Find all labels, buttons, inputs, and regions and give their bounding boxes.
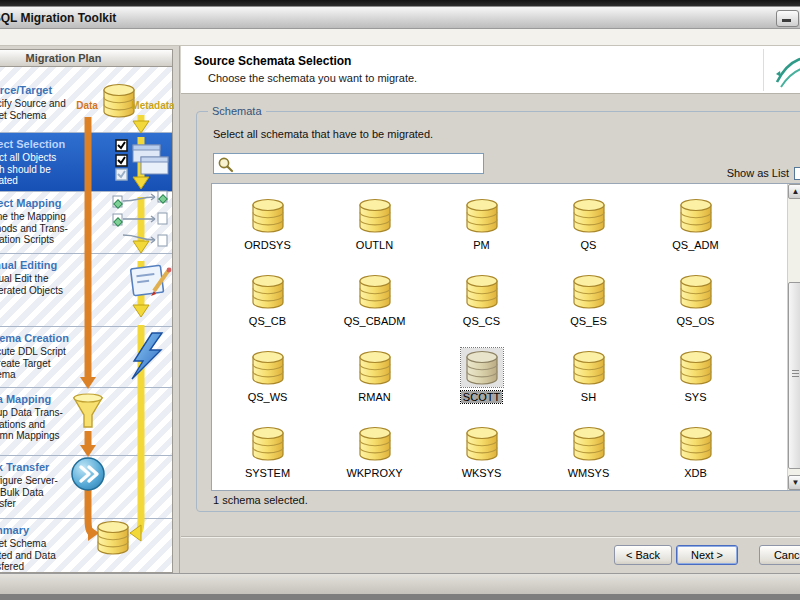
- footer-separator: [181, 536, 800, 538]
- schema-name: QS_CB: [247, 315, 288, 327]
- database-icon: [247, 196, 289, 235]
- page-title: Source Schemata Selection: [194, 54, 351, 68]
- migration-step[interactable]: Summary Target Schema created and Data t…: [0, 519, 172, 573]
- schema-name: OUTLN: [354, 239, 395, 251]
- schema-name: QS: [579, 239, 599, 251]
- schema-name: SH: [579, 391, 598, 403]
- schema-item[interactable]: SYS: [642, 348, 749, 424]
- schema-item[interactable]: QS_CS: [428, 272, 535, 348]
- schema-item[interactable]: RMAN: [321, 348, 428, 424]
- migration-step[interactable]: Manual Editing Manual Edit the Generated…: [0, 254, 172, 327]
- schema-name: QS_CBADM: [342, 315, 408, 327]
- app-window: MySQL Migration Toolkit Migration Plan S…: [0, 6, 800, 594]
- step-description: Select all Objects which should be migra…: [0, 152, 168, 187]
- schema-item[interactable]: QS_OS: [642, 272, 749, 348]
- database-icon: [247, 272, 289, 311]
- schema-name: PM: [471, 239, 492, 251]
- database-icon: [247, 348, 289, 387]
- schema-item[interactable]: QS_WS: [214, 348, 321, 424]
- schema-name: XDB: [682, 467, 709, 479]
- database-icon: [354, 272, 396, 311]
- schemata-list: ORDSYS OUTLN PM QS QS_AD: [212, 184, 786, 490]
- minimize-button[interactable]: [776, 10, 799, 27]
- step-title: Object Selection: [0, 138, 168, 150]
- step-description: Set up Data Trans- formations and Column…: [0, 407, 168, 442]
- magnifier-icon: [217, 156, 234, 173]
- schema-filter-input[interactable]: [236, 155, 480, 172]
- schema-item[interactable]: QS_CB: [214, 272, 321, 348]
- schemata-grid: ORDSYS OUTLN PM QS QS_AD: [211, 183, 800, 491]
- migration-step[interactable]: Object Mapping Define the Mapping Method…: [0, 192, 172, 254]
- wizard-step-header: Source Schemata Selection Choose the sch…: [181, 46, 800, 94]
- step-title: Summary: [0, 524, 168, 536]
- schema-name: SYS: [682, 391, 708, 403]
- schema-item[interactable]: WMSYS: [535, 424, 642, 490]
- database-icon: [354, 348, 396, 387]
- step-description: Target Schema created and Data transfere…: [0, 538, 168, 573]
- schema-item[interactable]: QS: [535, 196, 642, 272]
- database-icon: [675, 348, 717, 387]
- scroll-up-button[interactable]: ▲: [788, 184, 800, 199]
- database-icon: [568, 196, 610, 235]
- database-icon: [461, 196, 503, 235]
- scrollbar-thumb[interactable]: [788, 282, 800, 469]
- back-button[interactable]: < Back: [614, 545, 672, 565]
- schema-name: SYSTEM: [243, 467, 292, 479]
- step-title: Object Mapping: [0, 197, 168, 209]
- cancel-button[interactable]: Cancel: [759, 545, 800, 565]
- schema-item[interactable]: OUTLN: [321, 196, 428, 272]
- title-bar[interactable]: MySQL Migration Toolkit: [0, 7, 800, 29]
- database-icon: [568, 272, 610, 311]
- step-description: Specify Source and Target Schema: [0, 98, 168, 121]
- migration-step[interactable]: Object Selection Select all Objects whic…: [0, 133, 172, 192]
- schema-item[interactable]: ORDSYS: [214, 196, 321, 272]
- schema-item[interactable]: WKPROXY: [321, 424, 428, 490]
- database-icon: [461, 272, 503, 311]
- menu-bar: [0, 29, 800, 46]
- schema-name: WMSYS: [566, 467, 612, 479]
- show-as-list-checkbox[interactable]: [794, 167, 800, 180]
- schema-item[interactable]: QS_ES: [535, 272, 642, 348]
- schema-name: QS_ADM: [670, 239, 720, 251]
- migration-plan-header: Migration Plan: [0, 49, 173, 67]
- schema-search-box[interactable]: [213, 153, 484, 174]
- step-description: Configure Server- side Bulk Data Transfe…: [0, 475, 168, 510]
- database-icon: [461, 348, 503, 387]
- scroll-down-button[interactable]: ▼: [788, 475, 800, 490]
- database-icon: [354, 424, 396, 463]
- migration-step[interactable]: Data Mapping Set up Data Trans- formatio…: [0, 388, 172, 456]
- migration-steps: Source/Target Specify Source and Target …: [0, 67, 172, 572]
- schema-name: ORDSYS: [242, 239, 292, 251]
- database-icon: [568, 348, 610, 387]
- step-title: Schema Creation: [0, 332, 168, 344]
- schema-item[interactable]: XDB: [642, 424, 749, 490]
- migration-step[interactable]: Bulk Transfer Configure Server- side Bul…: [0, 456, 172, 519]
- schemata-groupbox-label: Schemata: [208, 105, 266, 117]
- step-description: Execute DDL Script to Create Target Sche…: [0, 346, 168, 381]
- schema-name: QS_ES: [568, 315, 609, 327]
- database-icon: [461, 424, 503, 463]
- schema-item[interactable]: SYSTEM: [214, 424, 321, 490]
- step-description: Define the Mapping Methods and Trans- fo…: [0, 211, 168, 246]
- schema-item[interactable]: SH: [535, 348, 642, 424]
- schema-item[interactable]: PM: [428, 196, 535, 272]
- schema-name: QS_OS: [675, 315, 717, 327]
- migration-plan-sidebar: Source/Target Specify Source and Target …: [0, 67, 173, 573]
- step-title: Bulk Transfer: [0, 461, 168, 473]
- window-bottom-frame: [0, 573, 800, 594]
- grid-scrollbar[interactable]: ▲ ▼: [787, 184, 800, 490]
- migration-step[interactable]: Schema Creation Execute DDL Script to Cr…: [0, 327, 172, 388]
- next-button[interactable]: Next >: [676, 545, 738, 565]
- schema-item[interactable]: WKSYS: [428, 424, 535, 490]
- menu-item[interactable]: [6, 36, 24, 39]
- schema-item[interactable]: SCOTT: [428, 348, 535, 424]
- database-icon: [568, 424, 610, 463]
- wand-icon: [773, 50, 800, 90]
- schema-item[interactable]: QS_ADM: [642, 196, 749, 272]
- schema-item[interactable]: QS_CBADM: [321, 272, 428, 348]
- schema-name: SCOTT: [461, 391, 502, 403]
- schema-name: WKSYS: [460, 467, 504, 479]
- schema-name: WKPROXY: [344, 467, 404, 479]
- database-icon: [675, 272, 717, 311]
- migration-step[interactable]: Source/Target Specify Source and Target …: [0, 67, 172, 133]
